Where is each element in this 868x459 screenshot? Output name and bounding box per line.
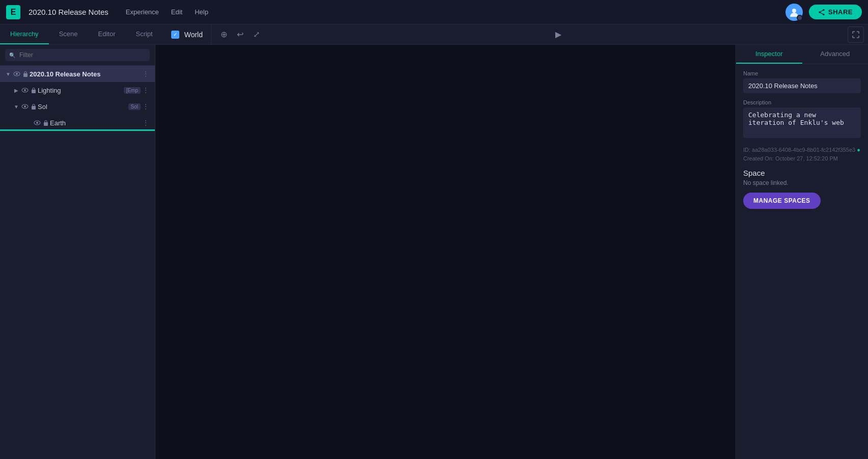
description-field-input[interactable]: Celebrating a new iteration of Enklu's w… <box>743 107 861 138</box>
svg-point-7 <box>16 73 18 75</box>
eye-icon-release-notes[interactable] <box>12 69 21 78</box>
eye-icon-earth[interactable] <box>33 118 42 127</box>
search-input[interactable] <box>5 49 150 61</box>
world-label: World <box>184 31 203 39</box>
item-label-earth: Earth <box>50 119 141 127</box>
left-panel: ▼ 2020.10 Release Notes ⋮ ▶ Lighting [Em… <box>0 45 155 459</box>
share-icon <box>818 9 825 16</box>
undo-icon[interactable]: ↩ <box>233 28 247 42</box>
hierarchy-item-sol[interactable]: ▼ Sol Sol ⋮ <box>0 98 155 115</box>
search-wrapper <box>5 49 150 61</box>
tab-script[interactable]: Script <box>125 24 162 44</box>
tabs-left: Hierarchy Scene Editor Script <box>0 24 163 44</box>
meta-id: ID: aa28a033-6408-4bc9-8b01-fc2142f355e3 <box>743 147 857 153</box>
svg-point-13 <box>24 105 26 107</box>
tab-scene[interactable]: Scene <box>49 24 88 44</box>
lock-icon-lighting[interactable] <box>30 86 38 94</box>
top-bar: E 2020.10 Release Notes Experience Edit … <box>0 0 868 24</box>
svg-rect-14 <box>32 106 36 110</box>
tab-editor[interactable]: Editor <box>88 24 126 44</box>
nav-edit[interactable]: Edit <box>166 6 187 18</box>
expand-arrow-lighting[interactable]: ▶ <box>12 86 20 94</box>
svg-line-4 <box>820 10 824 12</box>
meta-info: ID: aa28a033-6408-4bc9-8b01-fc2142f355e3… <box>743 146 861 163</box>
share-button[interactable]: SHARE <box>809 5 862 19</box>
space-sub: No space linked. <box>743 179 861 186</box>
svg-line-5 <box>820 12 824 15</box>
secondary-bar: Hierarchy Scene Editor Script ✓ World ⊕ … <box>0 24 868 45</box>
lock-icon-release-notes[interactable] <box>21 70 30 78</box>
hierarchy-item-release-notes[interactable]: ▼ 2020.10 Release Notes ⋮ <box>0 66 155 82</box>
right-tabs: Inspector Advanced <box>736 45 868 64</box>
space-heading: Space <box>743 169 861 177</box>
toolbar-icons: ⊕ ↩ ⤢ <box>211 28 268 42</box>
item-label-sol: Sol <box>38 103 126 111</box>
tab-inspector[interactable]: Inspector <box>736 45 802 64</box>
space-section: Space No space linked. <box>743 169 861 186</box>
top-right: SHARE <box>785 4 862 21</box>
svg-point-0 <box>792 9 796 13</box>
svg-rect-11 <box>32 90 36 93</box>
avatar[interactable] <box>785 4 803 21</box>
nav-help[interactable]: Help <box>189 6 213 18</box>
dots-menu-earth[interactable]: ⋮ <box>141 118 151 128</box>
fullscreen-button[interactable] <box>848 26 864 43</box>
svg-point-16 <box>36 122 38 124</box>
name-field-group: Name <box>743 70 861 93</box>
play-button[interactable]: ▶ <box>551 28 565 42</box>
right-panel: Inspector Advanced Name Description Cele… <box>736 45 868 459</box>
eye-icon-lighting[interactable] <box>20 86 30 95</box>
description-field-label: Description <box>743 99 861 105</box>
hierarchy-item-lighting[interactable]: ▶ Lighting [Emp ⋮ <box>0 82 155 98</box>
sol-tag: Sol <box>128 103 141 110</box>
share-label: SHARE <box>828 8 853 16</box>
avatar-badge <box>797 15 803 21</box>
expand-icon[interactable]: ⤢ <box>249 28 263 42</box>
move-tool-icon[interactable]: ⊕ <box>216 28 231 42</box>
lock-icon-sol[interactable] <box>30 102 38 111</box>
play-area: ▶ <box>268 28 848 42</box>
dots-menu-lighting[interactable]: ⋮ <box>141 85 151 95</box>
lock-icon-earth[interactable] <box>42 119 50 127</box>
svg-rect-17 <box>44 122 48 126</box>
name-field-label: Name <box>743 70 861 76</box>
app-logo: E <box>6 5 20 19</box>
main-layout: ▼ 2020.10 Release Notes ⋮ ▶ Lighting [Em… <box>0 45 868 459</box>
svg-point-10 <box>24 89 26 91</box>
inspector-content: Name Description Celebrating a new itera… <box>736 64 868 215</box>
world-area: ✓ World <box>163 24 211 44</box>
item-label-lighting: Lighting <box>38 87 122 94</box>
name-field-input[interactable] <box>743 78 861 93</box>
hierarchy-item-earth[interactable]: Earth ⋮ <box>0 115 155 131</box>
eye-icon-sol[interactable] <box>20 102 30 111</box>
project-title: 2020.10 Release Notes <box>29 8 108 16</box>
selection-indicator <box>0 129 155 131</box>
description-field-group: Description Celebrating a new iteration … <box>743 99 861 140</box>
lighting-tag: [Emp <box>124 87 141 94</box>
search-bar <box>0 45 155 66</box>
fullscreen-icon <box>852 31 859 38</box>
expand-arrow-sol[interactable]: ▼ <box>12 102 20 111</box>
top-nav: Experience Edit Help <box>121 6 213 18</box>
world-checkbox[interactable]: ✓ <box>171 31 179 39</box>
nav-experience[interactable]: Experience <box>121 6 164 18</box>
expand-arrow-release-notes[interactable]: ▼ <box>4 70 12 78</box>
item-label-release-notes: 2020.10 Release Notes <box>30 70 141 78</box>
dots-menu-sol[interactable]: ⋮ <box>141 101 151 112</box>
tab-hierarchy[interactable]: Hierarchy <box>0 24 49 44</box>
dots-menu-release-notes[interactable]: ⋮ <box>141 69 151 79</box>
meta-created: Created On: October 27, 12:52:20 PM <box>743 155 838 161</box>
tab-advanced[interactable]: Advanced <box>802 45 869 64</box>
viewport <box>155 45 736 459</box>
svg-rect-8 <box>23 73 28 77</box>
manage-spaces-button[interactable]: MANAGE SPACES <box>743 193 821 209</box>
meta-dot: ● <box>857 147 860 153</box>
